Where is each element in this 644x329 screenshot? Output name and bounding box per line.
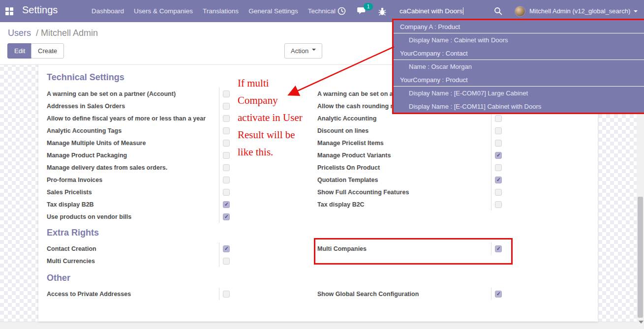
checkbox-cell — [491, 245, 505, 252]
setting-label: Pro-forma Invoices — [47, 174, 219, 186]
chat-bubble-icon[interactable]: 1 — [357, 7, 367, 15]
setting-row: Discount on lines — [317, 124, 505, 137]
action-dropdown-button[interactable]: Action — [284, 43, 322, 59]
create-button[interactable]: Create — [31, 43, 64, 59]
setting-label: Manage Product Packaging — [47, 149, 219, 161]
setting-row-multi-companies: Multi Companies — [317, 242, 505, 255]
horizontal-scrollbar-track[interactable] — [0, 322, 644, 329]
setting-row: Manage delivery dates from sales orders. — [47, 161, 233, 174]
setting-row: Access to Private Addresses — [47, 288, 233, 300]
annotation-line: Result will be — [238, 126, 303, 144]
navbar-icons: 1 — [337, 0, 386, 22]
checkbox[interactable] — [223, 201, 230, 208]
dropdown-result-item[interactable]: Display Name : [E-COM07] Large Cabinet — [394, 87, 644, 100]
checkbox-cell — [491, 201, 505, 208]
main-menu: Dashboard Users & Companies Translations… — [92, 0, 336, 22]
checkbox[interactable] — [495, 189, 502, 196]
checkbox[interactable] — [223, 127, 230, 134]
checkbox[interactable] — [495, 177, 502, 183]
edit-button[interactable]: Edit — [7, 43, 32, 59]
checkbox[interactable] — [495, 127, 502, 134]
checkbox[interactable] — [495, 201, 502, 208]
checkbox-cell — [219, 140, 233, 147]
checkbox[interactable] — [495, 115, 502, 122]
breadcrumb-users-link[interactable]: Users — [8, 28, 31, 38]
checkbox-cell — [491, 177, 505, 183]
checkbox[interactable] — [223, 103, 230, 110]
checkbox[interactable] — [495, 245, 502, 252]
setting-label: Manage delivery dates from sales orders. — [47, 161, 219, 174]
extra-right-column: Multi Companies — [317, 242, 505, 255]
section-title-technical-settings: Technical Settings — [47, 72, 124, 83]
app-window: Settings Dashboard Users & Companies Tra… — [0, 0, 644, 329]
clock-icon[interactable] — [337, 7, 346, 15]
magnifier-icon[interactable] — [494, 7, 502, 17]
checkbox-cell — [219, 127, 233, 134]
setting-label: Tax display B2C — [317, 198, 491, 210]
apps-menu-icon[interactable] — [5, 7, 13, 15]
setting-label: Analytic Accounting Tags — [47, 124, 219, 137]
other-left-column: Access to Private Addresses — [47, 288, 233, 300]
setting-label: Manage Product Variants — [317, 149, 491, 161]
checkbox[interactable] — [495, 140, 502, 147]
checkbox-cell — [491, 164, 505, 171]
user-menu[interactable]: Mitchell Admin (v12_global_search) — [515, 0, 638, 22]
setting-label: Discount on lines — [317, 124, 491, 137]
setting-label: Multi Companies — [317, 242, 491, 255]
checkbox-cell — [219, 258, 233, 265]
top-navbar: Settings Dashboard Users & Companies Tra… — [0, 0, 644, 22]
checkbox[interactable] — [223, 140, 230, 147]
checkbox-cell — [219, 213, 233, 220]
vertical-scrollbar-thumb[interactable] — [638, 197, 643, 318]
caret-down-icon — [634, 10, 638, 12]
technical-left-column: A warning can be set on a partner (Accou… — [47, 88, 233, 223]
setting-row: Quotation Templates — [317, 174, 505, 186]
menu-item-users-companies[interactable]: Users & Companies — [134, 7, 193, 15]
checkbox[interactable] — [495, 152, 502, 159]
setting-row: Manage Product Packaging — [47, 149, 233, 161]
checkbox-cell — [491, 140, 505, 147]
setting-label: Manage Pricelist Items — [317, 137, 491, 149]
menu-item-general-settings[interactable]: General Settings — [248, 7, 298, 15]
checkbox[interactable] — [495, 291, 502, 298]
checkbox-cell — [491, 115, 505, 122]
setting-row: Show Full Accounting Features — [317, 186, 505, 198]
checkbox[interactable] — [223, 245, 230, 252]
setting-row: Allow to define fiscal years of more or … — [47, 112, 233, 124]
dropdown-result-item[interactable]: Name : Oscar Morgan — [394, 60, 644, 73]
setting-row: Multi Currencies — [47, 255, 233, 267]
avatar — [515, 6, 525, 17]
menu-item-technical[interactable]: Technical — [308, 7, 336, 15]
annotation-line: like this. — [238, 144, 303, 161]
checkbox[interactable] — [223, 177, 230, 183]
other-right-column: Show Global Search Configuration — [317, 288, 505, 300]
checkbox-cell — [219, 90, 233, 97]
checkbox[interactable] — [223, 90, 230, 97]
checkbox[interactable] — [223, 258, 230, 265]
checkbox[interactable] — [495, 164, 502, 171]
setting-label: Sales Pricelists — [47, 186, 219, 198]
setting-row: Use products on vendor bills — [47, 210, 233, 223]
extra-left-column: Contact Creation Multi Currencies — [47, 242, 233, 267]
setting-label: Allow to define fiscal years of more or … — [47, 112, 219, 124]
checkbox[interactable] — [223, 152, 230, 159]
checkbox[interactable] — [223, 291, 230, 298]
setting-row: Show Global Search Configuration — [317, 288, 505, 300]
global-search-input[interactable]: caCabinet with Doors — [399, 0, 463, 22]
setting-row: A warning can be set on a partner (Accou… — [47, 88, 233, 100]
checkbox-cell — [219, 103, 233, 110]
breadcrumb: Users / Mitchell Admin — [8, 28, 98, 38]
checkbox[interactable] — [223, 189, 230, 196]
setting-label: Show Global Search Configuration — [317, 288, 491, 300]
bug-icon[interactable] — [378, 7, 386, 16]
app-title: Settings — [22, 4, 58, 16]
checkbox[interactable] — [223, 164, 230, 171]
menu-item-translations[interactable]: Translations — [203, 7, 239, 15]
checkbox[interactable] — [223, 213, 230, 220]
checkbox[interactable] — [223, 115, 230, 122]
scrollbar-down-arrow-icon[interactable] — [639, 321, 644, 324]
dropdown-group-header: Company A : Product — [394, 20, 644, 33]
dropdown-result-item[interactable]: Display Name : [E-COM11] Cabinet with Do… — [394, 100, 644, 113]
menu-item-dashboard[interactable]: Dashboard — [92, 7, 124, 15]
dropdown-result-item[interactable]: Display Name : Cabinet with Doors — [394, 33, 644, 47]
